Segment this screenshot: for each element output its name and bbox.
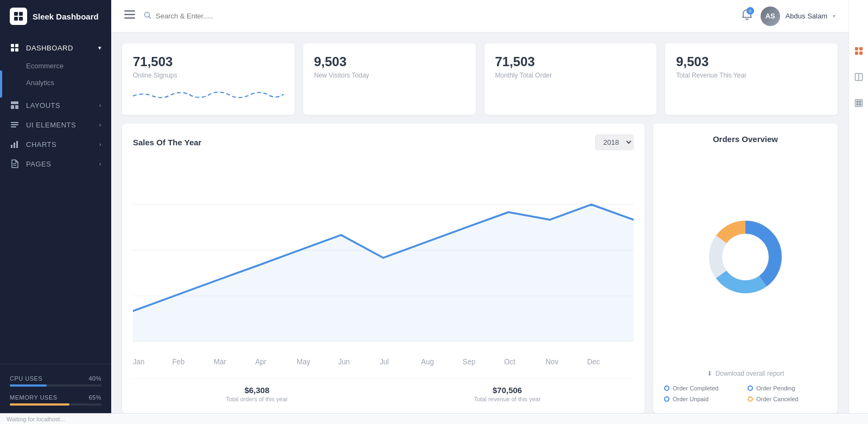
charts-label: CHARTS bbox=[26, 140, 56, 149]
visitors-label: New Visitors Today bbox=[314, 72, 465, 79]
pages-arrow: › bbox=[99, 160, 101, 167]
chart-orders-value: $6,308 bbox=[226, 386, 288, 395]
right-icon-bot[interactable] bbox=[851, 95, 866, 111]
avatar: AS bbox=[761, 7, 780, 26]
visitors-chart bbox=[314, 88, 465, 104]
pending-dot bbox=[748, 386, 753, 391]
header-right: 0 AS Abdus Salam ▾ bbox=[742, 7, 835, 26]
user-menu[interactable]: AS Abdus Salam ▾ bbox=[761, 7, 835, 26]
completed-label: Order Completed bbox=[673, 385, 718, 391]
download-report-link[interactable]: ⬇ Download overall report bbox=[664, 370, 827, 377]
signups-label: Online Signups bbox=[133, 72, 284, 79]
svg-rect-11 bbox=[11, 122, 18, 123]
dashboard-arrow: ▾ bbox=[98, 44, 102, 52]
svg-rect-0 bbox=[14, 12, 18, 16]
notification-badge: 0 bbox=[746, 7, 754, 15]
sidebar-item-analytics[interactable]: Analytics bbox=[0, 74, 111, 91]
completed-dot bbox=[664, 386, 669, 391]
sales-chart-title: Sales Of The Year bbox=[133, 138, 201, 147]
ui-elements-label: UI ELEMENTS bbox=[26, 121, 76, 129]
svg-text:Oct: Oct bbox=[504, 358, 515, 366]
sidebar: Sleek Dashboard DASHBOARD ▾ Ecommerce An… bbox=[0, 0, 111, 424]
orders-overview-title: Orders Overview bbox=[664, 134, 827, 144]
canceled-label: Order Canceled bbox=[756, 396, 799, 402]
stats-row: 71,503 Online Signups 9,503 New Visitors… bbox=[122, 43, 838, 115]
right-icon-mid[interactable] bbox=[851, 69, 866, 85]
svg-rect-46 bbox=[859, 47, 863, 50]
orders-chart bbox=[495, 88, 646, 104]
revenue-label: Total Revenue This Year bbox=[676, 72, 827, 79]
search-box bbox=[144, 11, 361, 21]
cpu-percent: 40% bbox=[88, 375, 101, 382]
svg-rect-6 bbox=[11, 48, 14, 52]
legend-completed: Order Completed bbox=[664, 385, 743, 391]
svg-rect-4 bbox=[11, 44, 14, 47]
right-icon-top[interactable] bbox=[851, 43, 866, 59]
sidebar-item-ui-elements[interactable]: UI ELEMENTS › bbox=[0, 115, 111, 134]
sidebar-item-charts[interactable]: CHARTS › bbox=[0, 134, 111, 154]
sales-chart-card: Sales Of The Year 2016 2017 2018 2019 bbox=[122, 124, 644, 413]
svg-text:Aug: Aug bbox=[421, 358, 433, 366]
svg-rect-19 bbox=[124, 10, 135, 12]
svg-rect-55 bbox=[859, 104, 861, 105]
cpu-label: CPU USES bbox=[10, 375, 42, 382]
elements-icon bbox=[10, 120, 20, 129]
search-icon bbox=[144, 11, 151, 21]
svg-rect-47 bbox=[855, 52, 858, 55]
pages-icon bbox=[10, 159, 20, 168]
layouts-arrow: › bbox=[99, 102, 101, 108]
sidebar-item-pages[interactable]: PAGES › bbox=[0, 154, 111, 174]
sidebar-item-dashboard[interactable]: DASHBOARD ▾ bbox=[0, 38, 111, 57]
svg-text:Jan: Jan bbox=[133, 358, 144, 366]
sidebar-item-ecommerce[interactable]: Ecommerce bbox=[0, 57, 111, 74]
memory-label: MEMORY USES bbox=[10, 394, 58, 401]
brand-icon bbox=[10, 8, 27, 25]
stat-card-orders: 71,503 Monthly Total Order bbox=[484, 43, 657, 115]
memory-label-row: MEMORY USES 65% bbox=[10, 394, 101, 401]
svg-point-22 bbox=[145, 12, 150, 17]
active-indicator bbox=[0, 70, 2, 98]
revenue-chart bbox=[676, 88, 827, 104]
chart-orders-label: Total orders of this year bbox=[226, 396, 288, 402]
stat-card-visitors: 9,503 New Visitors Today bbox=[303, 43, 476, 115]
sidebar-item-layouts[interactable]: LAYOUTS › bbox=[0, 95, 111, 115]
legend-row: Order Completed Order Pending Order Unpa… bbox=[664, 385, 827, 402]
cpu-bar-fill bbox=[10, 384, 47, 387]
download-label: Download overall report bbox=[716, 370, 784, 377]
content-area: 71,503 Online Signups 9,503 New Visitors… bbox=[111, 33, 848, 424]
svg-rect-1 bbox=[19, 12, 23, 16]
svg-rect-21 bbox=[124, 17, 135, 19]
main-area: 0 AS Abdus Salam ▾ 71,503 Online Signups bbox=[111, 0, 848, 424]
status-bar: Waiting for localhost... bbox=[0, 413, 868, 424]
svg-text:Jul: Jul bbox=[380, 358, 389, 366]
svg-rect-8 bbox=[11, 101, 18, 104]
pending-label: Order Pending bbox=[756, 385, 795, 391]
orders-footer: ⬇ Download overall report Order Complete… bbox=[664, 370, 827, 402]
notification-button[interactable]: 0 bbox=[742, 9, 752, 23]
right-sidebar bbox=[848, 0, 868, 424]
chart-footer: $6,308 Total orders of this year $70,506… bbox=[133, 378, 634, 402]
sales-chart-body: Jan Feb Mar Apr May Jun Jul Aug Sep Oct … bbox=[133, 159, 634, 372]
svg-rect-18 bbox=[13, 165, 16, 165]
legend-unpaid: Order Unpaid bbox=[664, 396, 743, 402]
search-input[interactable] bbox=[156, 12, 361, 20]
status-text: Waiting for localhost... bbox=[7, 416, 65, 422]
svg-rect-3 bbox=[19, 17, 23, 21]
legend-canceled: Order Canceled bbox=[748, 396, 827, 402]
charts-icon bbox=[10, 140, 20, 149]
svg-text:Sep: Sep bbox=[463, 358, 475, 366]
ecommerce-label: Ecommerce bbox=[26, 62, 63, 70]
hamburger-button[interactable] bbox=[124, 10, 135, 22]
charts-arrow: › bbox=[99, 141, 101, 147]
memory-bar-fill bbox=[10, 403, 69, 406]
charts-row: Sales Of The Year 2016 2017 2018 2019 bbox=[122, 124, 838, 413]
donut-chart bbox=[702, 214, 789, 300]
svg-rect-20 bbox=[124, 14, 135, 16]
svg-rect-9 bbox=[11, 105, 14, 109]
orders-donut-area bbox=[664, 152, 827, 361]
brand-area: Sleek Dashboard bbox=[0, 0, 111, 33]
chart-revenue-label: Total revenue of this year bbox=[474, 396, 541, 402]
svg-text:May: May bbox=[297, 358, 310, 366]
user-dropdown-arrow: ▾ bbox=[833, 13, 835, 19]
year-select[interactable]: 2016 2017 2018 2019 bbox=[595, 134, 634, 150]
